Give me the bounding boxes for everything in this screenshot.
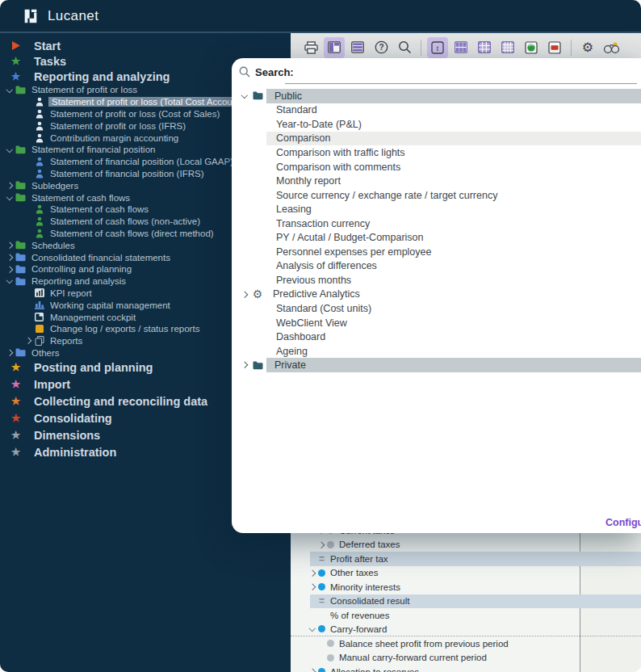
search-icon [239, 66, 250, 78]
report-item-comparison-with-comments[interactable]: Comparison with comments [232, 160, 641, 174]
toolbar-grid-dense-button[interactable] [497, 37, 518, 58]
expand-chevron-icon [6, 194, 13, 200]
toolbar-layout-columns-button[interactable] [324, 37, 345, 58]
report-item-standard[interactable]: Standard [232, 103, 641, 118]
toolbar-grid-cells-button[interactable] [474, 37, 495, 58]
report-item-private[interactable]: Private [232, 358, 641, 372]
sidebar-item-label: Others [31, 348, 60, 358]
sidebar-item-label: Statement of cash flows [31, 193, 130, 203]
report-item-webclient-view[interactable]: WebClient View [232, 316, 641, 330]
report-item-label: Dashboard [276, 331, 325, 342]
configure-link[interactable]: Configure [605, 517, 641, 528]
report-item-personnel-expenses-per-employee[interactable]: Personnel expenses per employee [232, 245, 641, 259]
search-row: Search: [232, 61, 641, 82]
sidebar-item-label: Collecting and reconciling data [34, 395, 207, 408]
report-item-transaction-currency[interactable]: Transaction currency [232, 216, 641, 231]
person-icon [33, 109, 45, 119]
account-row-minority-interests[interactable]: Minority interests [291, 580, 641, 594]
binoculars-icon [603, 41, 620, 54]
toolbar-search-button[interactable] [394, 37, 415, 58]
report-item-standard-cost-units-[interactable]: Standard (Cost units) [232, 301, 641, 316]
gray-circle-icon [327, 654, 334, 662]
sidebar-item-label: Statement of profit or loss (IFRS) [50, 121, 186, 131]
sidebar-item-start[interactable]: Start [0, 38, 291, 53]
brand-name: Lucanet [48, 8, 98, 24]
report-list: PublicStandardYear-to-Date (P&L)Comparis… [232, 89, 641, 372]
person-icon [33, 169, 45, 178]
folder-icon [251, 361, 264, 370]
red-cell-icon [548, 41, 561, 54]
account-row--of-revenues[interactable]: % of revenues [291, 608, 641, 623]
report-item-comparison-with-traffic-lights[interactable]: Comparison with traffic lights [232, 145, 641, 160]
report-item-leasing[interactable]: Leasing [232, 202, 641, 216]
sidebar-item-label: Dimensions [34, 429, 100, 442]
search-input[interactable] [285, 65, 637, 84]
search-icon [398, 40, 412, 54]
report-item-monthly-report[interactable]: Monthly report [232, 174, 641, 188]
account-row-profit-after-tax[interactable]: =Profit after tax [291, 552, 641, 566]
report-item-label: WebClient View [276, 317, 347, 329]
app-header: Lucanet [0, 0, 641, 33]
account-row-carry-forward[interactable]: Carry-forward [291, 623, 641, 637]
expand-chevron-icon [6, 86, 13, 93]
expand-chevron-icon [241, 292, 248, 298]
svg-text:?: ? [379, 43, 383, 52]
sidebar-item-label: Start [34, 40, 61, 52]
globe-cell-icon [525, 41, 538, 54]
report-item-source-currency-exchange-rate-target-cur[interactable]: Source currency / exchange rate / target… [232, 188, 641, 203]
person-icon [33, 204, 45, 214]
report-item-label: Analysis of differences [276, 260, 377, 271]
sidebar-item-label: Consolidated financial statements [31, 253, 170, 262]
sidebar-item-label: Statement of profit or loss [31, 85, 137, 94]
toolbar-red-cell-button[interactable] [544, 37, 565, 58]
toolbar-printer-button[interactable] [300, 37, 321, 58]
toolbar-grid-columns-button[interactable] [450, 37, 471, 58]
report-item-label: Transaction currency [276, 218, 370, 229]
toolbar-globe-cell-button[interactable] [521, 37, 542, 58]
report-item-dashboard[interactable]: Dashboard [232, 330, 641, 344]
blue-circle-icon [318, 583, 325, 590]
sidebar-item-label: Subledgers [31, 181, 78, 191]
account-rows: Current taxesDeferred taxes=Profit after… [291, 523, 641, 672]
toolbar-help-button[interactable]: ? [371, 37, 392, 58]
sidebar-item-label: Posting and planning [34, 361, 153, 374]
toolbar-layout-rows-button[interactable] [347, 37, 368, 58]
person-icon [33, 216, 45, 226]
sidebar-item-label: Reports [50, 336, 82, 346]
expand-chevron-icon [318, 541, 325, 548]
report-item-predictive-analytics[interactable]: ⚙Predictive Analytics [232, 288, 641, 302]
toolbar-text-cell-button[interactable]: t [427, 37, 448, 58]
account-row-label: Minority interests [330, 582, 400, 592]
account-row-allocation-to-reserves[interactable]: Allocation to reserves [291, 665, 641, 672]
sidebar-item-label: Statement of cash flows (non-active) [50, 216, 200, 226]
expand-chevron-icon [6, 242, 13, 249]
report-item-py-acutal-budget-comparison[interactable]: PY / Acutal / Budget-Comparison [232, 230, 641, 245]
folder-icon [15, 253, 27, 262]
account-row-label: Deferred taxes [339, 540, 400, 549]
report-item-public[interactable]: Public [232, 89, 641, 103]
report-item-label: Comparison with traffic lights [276, 147, 405, 158]
report-item-ageing[interactable]: Ageing [232, 344, 641, 359]
sidebar-item-label: Consolidating [34, 412, 112, 425]
report-item-label: Predictive Analytics [273, 288, 360, 300]
account-row-deferred-taxes[interactable]: Deferred taxes [291, 538, 641, 552]
report-item-year-to-date-p-l-[interactable]: Year-to-Date (P&L) [232, 117, 641, 132]
account-row-manual-carry-forward-current-period[interactable]: Manual carry-forward current period [291, 651, 641, 666]
toolbar-binoculars-button[interactable] [601, 37, 622, 58]
report-item-comparison[interactable]: Comparison [232, 132, 641, 146]
account-row-label: Balance sheet profit from previous perio… [339, 639, 509, 649]
expand-chevron-icon [6, 254, 13, 261]
person-icon [33, 157, 45, 166]
report-item-previous-months[interactable]: Previous months [232, 273, 641, 288]
account-row-balance-sheet-profit-from-previous-perio[interactable]: Balance sheet profit from previous perio… [291, 636, 641, 651]
account-row-label: % of revenues [330, 611, 390, 620]
sidebar-item-label: Schedules [31, 241, 75, 250]
report-item-analysis-of-differences[interactable]: Analysis of differences [232, 259, 641, 274]
account-row-other-taxes[interactable]: Other taxes [291, 566, 641, 581]
account-row-consolidated-result[interactable]: =Consolidated result [291, 594, 641, 609]
lucanet-logo: Lucanet [22, 7, 98, 25]
person-icon [33, 121, 45, 131]
person-icon [33, 133, 45, 143]
person-icon [33, 97, 45, 107]
toolbar-settings-button[interactable]: ⚙ [577, 37, 598, 58]
